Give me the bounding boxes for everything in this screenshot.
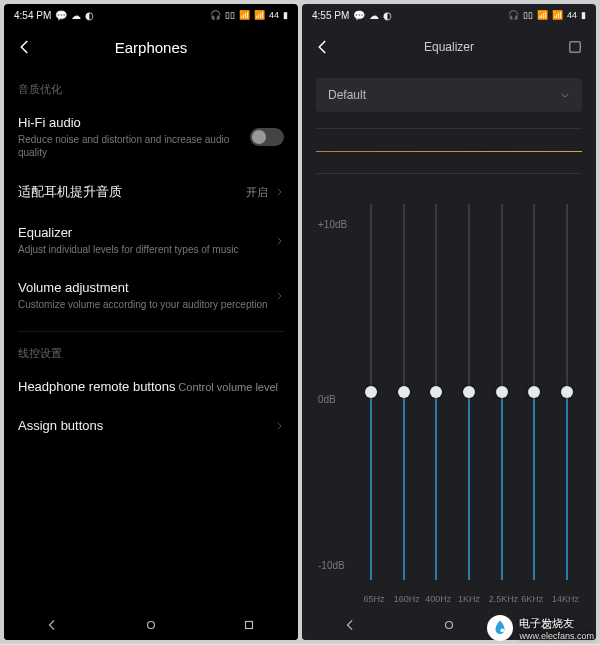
slider-track <box>435 204 437 580</box>
svg-point-5 <box>501 628 505 632</box>
row-assign[interactable]: Assign buttons <box>18 406 284 445</box>
page-title: Earphones <box>4 39 298 56</box>
nav-bar <box>4 610 298 640</box>
response-curve <box>316 128 582 174</box>
sim-icon: ▯▯ <box>225 10 235 20</box>
row-volume[interactable]: Volume adjustment Customize volume accor… <box>18 268 284 323</box>
eq-slider-160Hz[interactable] <box>395 204 413 580</box>
preset-save-icon[interactable] <box>566 38 584 56</box>
page-title: Equalizer <box>302 40 596 54</box>
status-time: 4:55 PM <box>312 10 349 21</box>
chat-icon: 💬 <box>55 10 67 21</box>
slider-knob[interactable] <box>365 386 377 398</box>
row-match[interactable]: 适配耳机提升音质 开启 <box>18 171 284 213</box>
scale-bot: -10dB <box>318 560 345 571</box>
svg-point-3 <box>446 622 453 629</box>
eq-sliders: +10dB 0dB -10dB 65Hz160Hz400Hz1KHz2.5KHz… <box>316 194 582 610</box>
chevron-right-icon <box>274 187 284 197</box>
match-value: 开启 <box>246 185 268 200</box>
slider-track <box>566 204 568 580</box>
eq-sub: Adjust individual levels for different t… <box>18 243 274 256</box>
svg-point-0 <box>148 622 155 629</box>
hifi-title: Hi-Fi audio <box>18 115 250 130</box>
hifi-toggle[interactable] <box>250 128 284 146</box>
scale-mid: 0dB <box>318 394 336 405</box>
section-audio: 音质优化 <box>18 82 284 97</box>
chevron-right-icon <box>274 291 284 301</box>
freq-label: 160Hz <box>394 594 418 604</box>
row-hifi[interactable]: Hi-Fi audio Reduce noise and distortion … <box>18 103 284 171</box>
nav-home-icon[interactable] <box>442 618 456 632</box>
svg-rect-2 <box>570 42 581 53</box>
row-equalizer[interactable]: Equalizer Adjust individual levels for d… <box>18 213 284 268</box>
phone-left: 4:54 PM 💬 ☁ ◐ 🎧 ▯▯ 📶 📶 44 ▮ Earphones 音质… <box>4 4 298 640</box>
sim-icon: ▯▯ <box>523 10 533 20</box>
cloud-icon: ☁ <box>71 10 81 21</box>
nav-recent-icon[interactable] <box>242 618 256 632</box>
chat-icon: 💬 <box>353 10 365 21</box>
slider-knob[interactable] <box>528 386 540 398</box>
remote-title: Headphone remote buttons <box>18 379 178 394</box>
headphone-icon: 🎧 <box>508 10 519 20</box>
eq-title: Equalizer <box>18 225 274 240</box>
slider-track <box>468 204 470 580</box>
eq-slider-65Hz[interactable] <box>362 204 380 580</box>
watermark-url: www.elecfans.com <box>519 631 594 641</box>
telegram-icon: ◐ <box>383 10 392 21</box>
signal-icon: 📶 <box>537 10 548 20</box>
slider-track <box>370 204 372 580</box>
phone-right: 4:55 PM 💬 ☁ ◐ 🎧 ▯▯ 📶 📶 44 ▮ Equalizer De… <box>302 4 596 640</box>
slider-track <box>403 204 405 580</box>
slider-knob[interactable] <box>561 386 573 398</box>
eq-slider-14KHz[interactable] <box>558 204 576 580</box>
eq-slider-6KHz[interactable] <box>525 204 543 580</box>
slider-knob[interactable] <box>496 386 508 398</box>
hifi-sub: Reduce noise and distortion and increase… <box>18 133 250 159</box>
slider-knob[interactable] <box>463 386 475 398</box>
nav-back-icon[interactable] <box>46 618 60 632</box>
section-wire: 线控设置 <box>18 346 284 361</box>
nav-back-icon[interactable] <box>344 618 358 632</box>
row-remote[interactable]: Headphone remote buttons Control volume … <box>18 367 284 406</box>
eq-slider-1KHz[interactable] <box>460 204 478 580</box>
divider <box>18 331 284 332</box>
header: Earphones <box>4 26 298 68</box>
preset-select[interactable]: Default <box>316 78 582 112</box>
chevron-right-icon <box>274 236 284 246</box>
match-title: 适配耳机提升音质 <box>18 183 246 201</box>
slider-knob[interactable] <box>398 386 410 398</box>
headphone-icon: 🎧 <box>210 10 221 20</box>
telegram-icon: ◐ <box>85 10 94 21</box>
settings-list: 音质优化 Hi-Fi audio Reduce noise and distor… <box>4 68 298 610</box>
remote-value: Control volume level <box>178 381 278 393</box>
freq-label: 2.5KHz <box>489 594 513 604</box>
nav-home-icon[interactable] <box>144 618 158 632</box>
wifi-icon: 📶 <box>254 10 265 20</box>
header: Equalizer <box>302 26 596 68</box>
assign-title: Assign buttons <box>18 418 274 433</box>
battery-icon: ▮ <box>581 10 586 20</box>
scale-top: +10dB <box>318 219 347 230</box>
battery-level: 44 <box>567 10 577 20</box>
status-time: 4:54 PM <box>14 10 51 21</box>
watermark-logo-icon <box>487 615 513 641</box>
freq-label: 1KHz <box>457 594 481 604</box>
slider-knob[interactable] <box>430 386 442 398</box>
freq-label: 6KHz <box>520 594 544 604</box>
equalizer-body: Default +10dB 0dB -10dB 65Hz160Hz400Hz1K… <box>302 68 596 610</box>
curve-line <box>316 151 582 152</box>
eq-slider-2.5KHz[interactable] <box>493 204 511 580</box>
battery-icon: ▮ <box>283 10 288 20</box>
eq-slider-400Hz[interactable] <box>427 204 445 580</box>
slider-track <box>533 204 535 580</box>
freq-label: 400Hz <box>425 594 449 604</box>
watermark: 电子发烧友 www.elecfans.com <box>487 615 594 641</box>
signal-icon: 📶 <box>239 10 250 20</box>
chevron-down-icon <box>560 90 570 100</box>
battery-level: 44 <box>269 10 279 20</box>
watermark-brand: 电子发烧友 <box>519 616 594 631</box>
freq-label: 14KHz <box>552 594 576 604</box>
freq-label: 65Hz <box>362 594 386 604</box>
vol-title: Volume adjustment <box>18 280 274 295</box>
svg-rect-1 <box>246 622 253 629</box>
